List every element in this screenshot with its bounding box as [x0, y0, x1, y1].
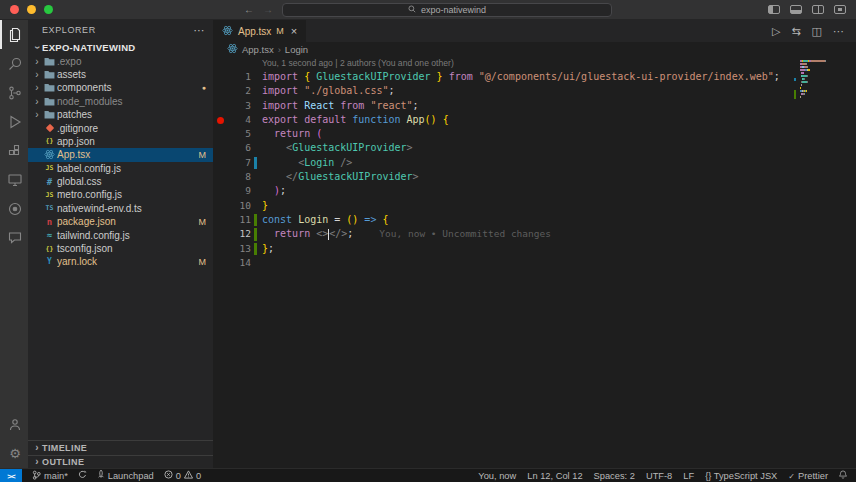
tab-bar: App.tsx M × ▷ ⇆ ◫ ⋯ — [213, 20, 856, 42]
toggle-primary-sidebar-icon[interactable] — [768, 5, 780, 14]
open-changes-icon[interactable]: ⇆ — [791, 25, 800, 38]
status-notifications[interactable] — [839, 469, 847, 482]
run-icon[interactable]: ▷ — [772, 25, 780, 38]
code-line-5[interactable]: 5 return ( — [213, 127, 856, 141]
file-item-global.css[interactable]: #global.css — [28, 175, 213, 188]
branch-icon — [32, 470, 41, 482]
run-and-debug-icon[interactable] — [0, 107, 28, 136]
file-item-yarn.lock[interactable]: Yyarn.lockM — [28, 255, 213, 268]
token: from — [443, 71, 479, 82]
code-line-9[interactable]: 9 ); — [213, 184, 856, 198]
file-item-package.json[interactable]: npackage.jsonM — [28, 215, 213, 228]
code-line-3[interactable]: 3import React from "react"; — [213, 99, 856, 113]
more-actions-icon[interactable]: ⋯ — [833, 25, 844, 38]
file-item-App.tsx[interactable]: App.tsxM — [28, 148, 213, 161]
status-git-blame[interactable]: You, now — [478, 469, 516, 482]
minimap[interactable] — [800, 60, 842, 102]
file-item-metro.config.js[interactable]: JSmetro.config.js — [28, 188, 213, 201]
breadcrumb-file[interactable]: App.tsx — [242, 44, 274, 55]
tailwind-icon: ≈ — [42, 230, 57, 240]
outline-panel[interactable]: › OUTLINE — [28, 455, 213, 469]
file-item-app.json[interactable]: {}app.json — [28, 135, 213, 148]
code-line-11[interactable]: 11const Login = () => { — [213, 213, 856, 227]
code-lines: 1import { GluestackUIProvider } from "@/… — [213, 70, 856, 270]
status-encoding[interactable]: UTF-8 — [646, 469, 672, 482]
settings-gear-icon[interactable]: ⚙ — [0, 439, 28, 468]
close-icon[interactable]: × — [291, 25, 297, 37]
code-line-13[interactable]: 13}; — [213, 242, 856, 256]
file-item-tailwind.config.js[interactable]: ≈tailwind.config.js — [28, 228, 213, 241]
codelens-annotation[interactable]: You, 1 second ago | 2 authors (You and o… — [213, 57, 856, 70]
status-language-mode[interactable]: {} TypeScript JSX — [705, 469, 777, 482]
token — [262, 128, 274, 139]
file-item-nativewind-env.d.ts[interactable]: TSnativewind-env.d.ts — [28, 202, 213, 215]
code-line-6[interactable]: 6 <GluestackUIProvider> — [213, 141, 856, 155]
status-prettier[interactable]: ✓Prettier — [788, 469, 828, 482]
gutter-space — [251, 84, 262, 98]
status-git-branch[interactable]: main* — [32, 469, 68, 482]
file-item-tsconfig.json[interactable]: {}tsconfig.json — [28, 242, 213, 255]
file-item-node_modules[interactable]: ›node_modules — [28, 95, 213, 108]
explorer-icon[interactable] — [0, 20, 28, 49]
close-window-button[interactable] — [10, 5, 19, 14]
status-launchpad[interactable]: Launchpad — [97, 469, 154, 482]
code-line-8[interactable]: 8 </GluestackUIProvider> — [213, 170, 856, 184]
breakpoint-icon[interactable] — [213, 117, 227, 124]
git-change-indicator — [251, 213, 262, 227]
gutter-space — [251, 184, 262, 198]
customize-layout-icon[interactable] — [834, 5, 846, 14]
more-actions-icon[interactable]: ⋯ — [193, 24, 205, 37]
search-icon[interactable] — [0, 49, 28, 78]
code-line-1[interactable]: 1import { GluestackUIProvider } from "@/… — [213, 70, 856, 84]
project-root[interactable]: › EXPO-NATIVEWIND — [28, 41, 213, 54]
status-text: UTF-8 — [646, 471, 672, 481]
code-line-14[interactable]: 14 — [213, 256, 856, 270]
toggle-secondary-sidebar-icon[interactable] — [812, 5, 824, 14]
file-item-components[interactable]: ›components● — [28, 81, 213, 94]
status-remote-indicator[interactable]: >< — [0, 469, 22, 482]
token: return — [274, 228, 316, 239]
minimap-line — [800, 69, 842, 71]
token: ; — [388, 85, 394, 96]
code-line-7[interactable]: 7 <Login /> — [213, 156, 856, 170]
toggle-panel-icon[interactable] — [790, 5, 802, 14]
status-text: 0 — [176, 471, 181, 481]
breadcrumb-symbol[interactable]: Login — [285, 44, 308, 55]
git-status-badge: M — [199, 150, 214, 160]
file-item-assets[interactable]: ›assets — [28, 68, 213, 81]
source-control-icon[interactable] — [0, 78, 28, 107]
minimize-window-button[interactable] — [27, 5, 36, 14]
code-line-12[interactable]: 12 return <></>;You, now • Uncommitted c… — [213, 227, 856, 241]
status-indentation[interactable]: Spaces: 2 — [594, 469, 635, 482]
live-share-icon[interactable] — [0, 194, 28, 223]
code-line-4[interactable]: 4export default function App() { — [213, 113, 856, 127]
file-item-.gitignore[interactable]: .gitignore — [28, 121, 213, 134]
extensions-icon[interactable] — [0, 136, 28, 165]
file-item-.expo[interactable]: ›.expo — [28, 54, 213, 67]
file-item-patches[interactable]: ›patches — [28, 108, 213, 121]
code-line-10[interactable]: 10} — [213, 199, 856, 213]
split-editor-icon[interactable]: ◫ — [812, 25, 822, 38]
back-button[interactable]: ← — [244, 4, 254, 15]
file-item-babel.config.js[interactable]: JSbabel.config.js — [28, 162, 213, 175]
forward-button[interactable]: → — [263, 4, 273, 15]
command-center-search[interactable]: expo-nativewind — [282, 3, 612, 17]
zoom-window-button[interactable] — [44, 5, 53, 14]
minimap-line — [800, 63, 842, 65]
remote-explorer-icon[interactable] — [0, 165, 28, 194]
line-content: <Login /> — [262, 156, 352, 170]
status-problems[interactable]: 00 — [164, 469, 201, 482]
code-area[interactable]: You, 1 second ago | 2 authors (You and o… — [213, 57, 856, 468]
tab-app-tsx[interactable]: App.tsx M × — [213, 20, 306, 42]
token: () — [346, 214, 358, 225]
chat-icon[interactable] — [0, 223, 28, 252]
code-line-2[interactable]: 2import "./global.css"; — [213, 84, 856, 98]
status-eol[interactable]: LF — [683, 469, 694, 482]
remote-icon: >< — [7, 471, 14, 481]
accounts-icon[interactable] — [0, 410, 28, 439]
timeline-panel[interactable]: › TIMELINE — [28, 441, 213, 455]
status-sync-changes[interactable] — [78, 469, 87, 482]
token: GluestackUIProvider — [298, 171, 412, 182]
editor-group: App.tsx M × ▷ ⇆ ◫ ⋯ App.tsx › Login You,… — [213, 20, 856, 468]
status-cursor-position[interactable]: Ln 12, Col 12 — [527, 469, 582, 482]
